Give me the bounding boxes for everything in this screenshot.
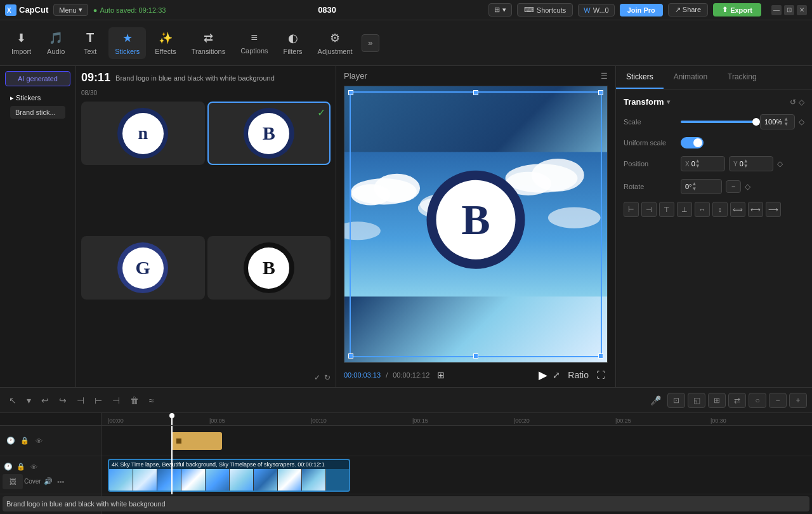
sticker-item-3[interactable]: G — [81, 236, 205, 300]
rotate-input[interactable]: 0° ▲ ▼ — [681, 179, 722, 194]
workspace-w-icon: W — [584, 6, 590, 14]
scale-down-button[interactable]: ▼ — [783, 122, 789, 127]
fit-button[interactable]: ⤢ — [550, 368, 563, 382]
tool-effects[interactable]: ✨ Effects — [148, 27, 182, 59]
position-y-input[interactable]: Y 0 ▲ ▼ — [729, 156, 773, 171]
workspace-button[interactable]: W W...0 — [578, 4, 614, 16]
select-drop-button[interactable]: ▾ — [23, 393, 35, 408]
play-button[interactable]: ▶ — [539, 368, 547, 382]
timeline-add-button[interactable]: + — [789, 393, 807, 408]
trim-start-button[interactable]: ⊢ — [91, 393, 106, 408]
scale-slider-thumb[interactable] — [752, 118, 760, 126]
video-track-audio-icon[interactable]: 🔊 — [43, 476, 54, 487]
tool-adjustment[interactable]: ⚙ Adjustment — [311, 27, 359, 59]
select-tool-button[interactable]: ↖ — [5, 393, 20, 408]
tool-filters[interactable]: ◐ Filters — [277, 27, 309, 59]
video-track-more-icon[interactable]: ••• — [55, 476, 67, 487]
timeline-btn-3[interactable]: ⊞ — [708, 393, 726, 408]
transform-keyframe-button[interactable]: ◇ — [799, 98, 804, 107]
brand-category-item[interactable]: Brand stick... — [10, 106, 65, 119]
layout-button[interactable]: ⊞ ▾ — [488, 3, 512, 16]
sticker-item-1[interactable]: n — [81, 102, 205, 165]
join-pro-button[interactable]: Join Pro — [620, 4, 663, 16]
tab-animation[interactable]: Animation — [664, 66, 717, 89]
position-x-input[interactable]: X 0 ▲ ▼ — [681, 156, 725, 171]
track-clock-icon[interactable]: 🕐 — [5, 435, 16, 447]
cover-icon-btn[interactable]: 🖼 — [3, 474, 23, 489]
transform-reset-button[interactable]: ↺ — [790, 98, 796, 107]
tool-import[interactable]: ⬇ Import — [5, 27, 37, 59]
close-button[interactable]: ✕ — [797, 5, 807, 15]
timeline-grid-button[interactable]: ⊞ — [435, 369, 447, 381]
align-dist-h-button[interactable]: ⟺ — [730, 202, 745, 217]
menu-button[interactable]: Menu ▾ — [53, 4, 88, 16]
video-track-clock-icon[interactable]: 🕐 — [3, 461, 14, 473]
timeline-btn-1[interactable]: ⊡ — [667, 393, 685, 408]
trim-end-icon: ⊣ — [112, 395, 120, 405]
timeline-btn-2[interactable]: ◱ — [688, 393, 705, 408]
scale-keyframe-button[interactable]: ◇ — [799, 117, 804, 126]
tool-transitions[interactable]: ⇄ Transitions — [185, 27, 232, 59]
undo-button[interactable]: ↩ — [37, 393, 53, 408]
rotate-minus-button[interactable]: − — [726, 180, 741, 193]
uniform-scale-toggle[interactable] — [681, 137, 704, 148]
timeline-btn-4[interactable]: ⇄ — [728, 393, 746, 408]
sticker-check-action-icon[interactable]: ✓ — [314, 373, 320, 382]
align-dist-v-button[interactable]: ⟷ — [748, 202, 763, 217]
ai-generated-button[interactable]: AI generated — [5, 71, 70, 86]
align-left-button[interactable]: ⊢ — [624, 202, 639, 217]
sticker-refresh-icon[interactable]: ↻ — [324, 373, 331, 382]
more-tools-button[interactable]: » — [362, 34, 379, 52]
tab-tracking[interactable]: Tracking — [717, 66, 767, 89]
delete-button[interactable]: 🗑 — [126, 393, 143, 408]
align-extra-button[interactable]: ⟶ — [766, 202, 781, 217]
sticker-clip[interactable] — [171, 432, 222, 450]
scale-input[interactable]: 100% ▲ ▼ — [760, 114, 795, 129]
sticker-item-4[interactable]: B — [207, 236, 331, 300]
fullscreen-button[interactable]: ⛶ — [594, 368, 608, 382]
player-menu-icon[interactable]: ☰ — [601, 72, 608, 81]
shortcuts-button[interactable]: ⌨ Shortcuts — [517, 3, 573, 16]
share-button[interactable]: ↗ Share — [668, 3, 708, 16]
timeline-scroll-area[interactable]: |00:00 |00:05 |00:10 |00:15 |00:20 |00:2… — [102, 413, 812, 514]
maximize-button[interactable]: ⊡ — [784, 5, 794, 15]
position-keyframe-button[interactable]: ◇ — [777, 159, 783, 168]
tool-captions[interactable]: ≡ Captions — [234, 27, 274, 58]
minimize-button[interactable]: — — [771, 5, 782, 15]
audio-icon: 🎵 — [49, 31, 63, 45]
tab-stickers[interactable]: Stickers — [616, 66, 664, 89]
align-top-button[interactable]: ⊥ — [677, 202, 692, 217]
audio-trim-button[interactable]: ≈ — [145, 393, 158, 408]
track-lock-icon[interactable]: 🔒 — [19, 435, 30, 447]
timeline-btn-6[interactable]: − — [769, 393, 787, 408]
rotate-down[interactable]: ▼ — [692, 187, 697, 192]
transitions-label: Transitions — [192, 48, 225, 55]
trim-end-button[interactable]: ⊣ — [108, 393, 124, 408]
uniform-scale-label: Uniform scale — [624, 139, 681, 147]
tool-stickers[interactable]: ★ Stickers — [108, 27, 146, 59]
align-middle-v-button[interactable]: ↔ — [695, 202, 710, 217]
video-thumb-3 — [157, 469, 181, 492]
rotate-keyframe-button[interactable]: ◇ — [745, 182, 750, 191]
export-button[interactable]: ⬆ Export — [713, 3, 761, 16]
pos-y-down[interactable]: ▼ — [743, 164, 749, 169]
align-bottom-button[interactable]: ↕ — [712, 202, 728, 217]
pos-x-down[interactable]: ▼ — [695, 164, 700, 169]
tool-audio[interactable]: 🎵 Audio — [40, 27, 72, 59]
redo-button[interactable]: ↪ — [55, 393, 70, 408]
video-track-lock-icon[interactable]: 🔒 — [15, 461, 27, 473]
video-clip[interactable]: 4K Sky Time lapse, Beautiful background,… — [108, 459, 350, 492]
timeline-btn-5[interactable]: ○ — [749, 393, 766, 408]
align-center-h-button[interactable]: ⊣ — [641, 202, 657, 217]
mic-button[interactable]: 🎤 — [646, 393, 665, 408]
video-track-eye-icon[interactable]: 👁 — [28, 461, 39, 473]
ratio-button[interactable]: Ratio — [565, 368, 591, 382]
split-button[interactable]: ⊣ — [73, 393, 88, 408]
tool-text[interactable]: T Text — [74, 27, 106, 59]
stickers-category-item[interactable]: ▸ Stickers — [5, 91, 70, 105]
align-right-button[interactable]: ⊤ — [659, 202, 674, 217]
scale-slider[interactable] — [681, 121, 756, 123]
time-mark-30: |00:30 — [710, 418, 726, 424]
sticker-item-2[interactable]: B ✓ — [207, 102, 331, 165]
track-eye-icon[interactable]: 👁 — [33, 435, 44, 447]
